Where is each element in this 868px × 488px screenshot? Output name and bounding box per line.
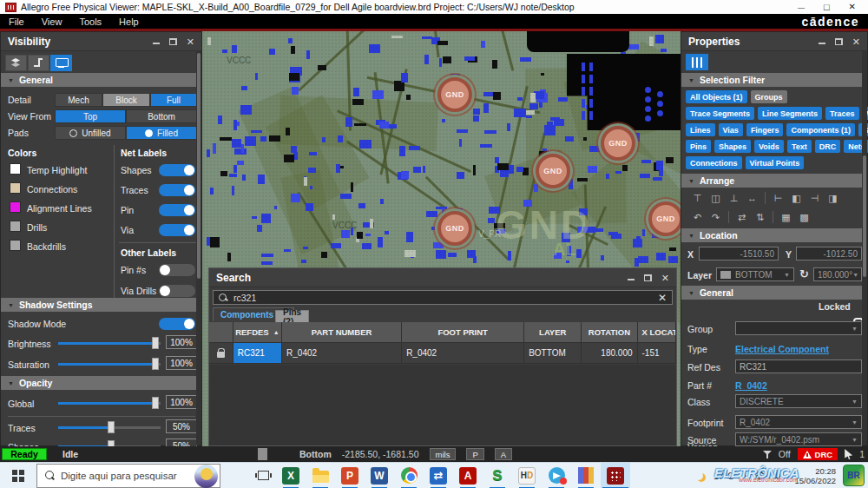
- search-input[interactable]: rc321: [213, 290, 673, 305]
- units-button[interactable]: mils: [430, 448, 457, 460]
- rotation-select[interactable]: 180.000°: [813, 267, 862, 281]
- minimize-icon[interactable]: [819, 38, 825, 45]
- section-opacity[interactable]: Opacity: [1, 376, 201, 390]
- net-via-toggle[interactable]: [159, 224, 195, 236]
- start-button[interactable]: [0, 463, 36, 488]
- menu-tools[interactable]: Tools: [70, 16, 110, 27]
- rotate-icon[interactable]: [799, 267, 809, 280]
- section-shadow-settings[interactable]: Shadow Settings: [1, 298, 201, 312]
- filter-chip-lines[interactable]: Lines: [686, 123, 715, 136]
- alignment-lines-swatch[interactable]: [10, 201, 21, 213]
- distribute-h-icon[interactable]: ↔: [743, 191, 761, 205]
- traces-opacity-slider[interactable]: [58, 426, 161, 429]
- taskbar-app-s[interactable]: [483, 463, 512, 488]
- clear-search-icon[interactable]: [658, 292, 667, 304]
- mirror-h-icon[interactable]: ⇄: [733, 210, 751, 224]
- filter-icon[interactable]: [763, 450, 772, 458]
- taskbar-app-telegram[interactable]: [542, 463, 571, 488]
- menu-view[interactable]: View: [33, 16, 71, 27]
- align-center-icon[interactable]: ◧: [787, 191, 806, 205]
- cell-layer[interactable]: BOTTOM: [524, 343, 582, 364]
- a-button[interactable]: A: [495, 448, 512, 460]
- section-arrange[interactable]: Arrange: [681, 174, 867, 188]
- float-icon[interactable]: [169, 38, 177, 45]
- float-icon[interactable]: [835, 38, 843, 45]
- taskbar-clock[interactable]: 20:28 15/06/2022: [789, 466, 836, 485]
- align-middle-icon[interactable]: ◫: [707, 191, 725, 205]
- column-rotation[interactable]: ROTATION: [582, 322, 637, 343]
- view-top-button[interactable]: Top: [55, 109, 126, 123]
- tab-nets[interactable]: [28, 55, 49, 71]
- filter-chip-line-segments[interactable]: Line Segments: [758, 107, 822, 120]
- align-right-icon[interactable]: ⊣: [806, 191, 824, 205]
- filter-chip-all-objects[interactable]: All Objects (1): [686, 90, 747, 103]
- saturation-value[interactable]: 100%: [166, 356, 197, 370]
- view-bottom-button[interactable]: Bottom: [126, 109, 197, 123]
- table-row[interactable]: RC321 R_0402 R_0402 BOTTOM 180.000 -151: [209, 343, 676, 364]
- detail-full-button[interactable]: Full: [150, 93, 197, 107]
- ungroup-icon[interactable]: ▩: [795, 210, 813, 224]
- filter-chip-traces[interactable]: Traces: [825, 107, 859, 120]
- window-maximize-icon[interactable]: [824, 2, 830, 12]
- part-number-link[interactable]: R_0402: [735, 380, 767, 391]
- taskbar-app-hxd[interactable]: [512, 463, 542, 488]
- taskbar-app-allegro[interactable]: [601, 463, 630, 488]
- layer-select[interactable]: BOTTOM: [716, 267, 794, 281]
- properties-scrollbar[interactable]: [862, 51, 867, 445]
- detail-block-button[interactable]: Block: [102, 93, 150, 107]
- taskbar-app-powerpoint[interactable]: [335, 463, 365, 488]
- filter-chip-connections[interactable]: Connections: [686, 156, 742, 169]
- p-button[interactable]: P: [466, 448, 483, 460]
- task-view-button[interactable]: [250, 463, 276, 488]
- column-layer[interactable]: LAYER: [524, 322, 582, 343]
- taskbar-app-excel[interactable]: [276, 463, 306, 488]
- column-footprint[interactable]: FOOT PRINT: [402, 322, 524, 343]
- global-opacity-value[interactable]: 100%: [166, 395, 197, 409]
- taskbar-app-teamviewer[interactable]: [424, 463, 453, 488]
- brightness-slider[interactable]: [58, 342, 161, 345]
- column-x-location[interactable]: X LOCATION: [638, 322, 676, 343]
- filter-chip-vias[interactable]: Vias: [719, 123, 743, 136]
- gnd-via[interactable]: GND: [536, 154, 570, 188]
- global-opacity-slider[interactable]: [58, 402, 161, 405]
- group-icon[interactable]: ▦: [777, 210, 795, 224]
- window-close-icon[interactable]: [849, 2, 856, 12]
- section-general[interactable]: General: [1, 73, 201, 87]
- brightness-value[interactable]: 100%: [166, 335, 197, 349]
- close-icon[interactable]: [852, 38, 860, 45]
- splitter-handle[interactable]: [258, 448, 267, 460]
- filter-chip-shapes[interactable]: Shapes: [714, 140, 751, 153]
- caret-up-icon[interactable]: ^: [741, 471, 746, 481]
- menu-file[interactable]: File: [0, 16, 33, 27]
- footprint-select[interactable]: R_0402: [735, 415, 862, 429]
- rotate-cw-icon[interactable]: ↷: [707, 210, 725, 224]
- gnd-via[interactable]: GND: [601, 126, 635, 161]
- gnd-via[interactable]: GND: [437, 211, 472, 246]
- tab-display[interactable]: [50, 55, 72, 71]
- section-location[interactable]: Location: [681, 228, 867, 242]
- taskbar-app-file-explorer[interactable]: [306, 463, 335, 488]
- source-select[interactable]: W:/SYM/r_0402.psm: [735, 432, 862, 446]
- shadow-mode-toggle[interactable]: [159, 318, 195, 330]
- connections-swatch[interactable]: [10, 182, 21, 194]
- filter-chip-voids[interactable]: Voids: [754, 140, 784, 153]
- filter-chip-groups[interactable]: Groups: [751, 90, 787, 103]
- row-lock-cell[interactable]: [209, 343, 233, 364]
- net-shapes-toggle[interactable]: [159, 164, 195, 176]
- cell-rotation[interactable]: 180.000: [582, 343, 637, 364]
- minimize-icon[interactable]: [153, 38, 160, 45]
- cell-footprint[interactable]: R_0402: [402, 343, 524, 364]
- drc-badge[interactable]: DRC: [798, 448, 838, 460]
- mirror-v-icon[interactable]: ⇅: [751, 210, 769, 224]
- volume-icon[interactable]: [772, 471, 782, 480]
- column-lock[interactable]: [209, 322, 233, 343]
- pads-unfilled-button[interactable]: Unfilled: [55, 126, 126, 140]
- menu-help[interactable]: Help: [110, 16, 148, 27]
- wifi-icon[interactable]: [753, 471, 765, 480]
- moon-icon[interactable]: [694, 472, 703, 480]
- filter-chip-components[interactable]: Components (1): [786, 123, 855, 136]
- visibility-scrollbar[interactable]: [196, 51, 201, 445]
- rotate-ccw-icon[interactable]: ↶: [688, 210, 707, 224]
- cell-x-location[interactable]: -151: [638, 343, 676, 364]
- cell-part-number[interactable]: R_0402: [282, 343, 402, 364]
